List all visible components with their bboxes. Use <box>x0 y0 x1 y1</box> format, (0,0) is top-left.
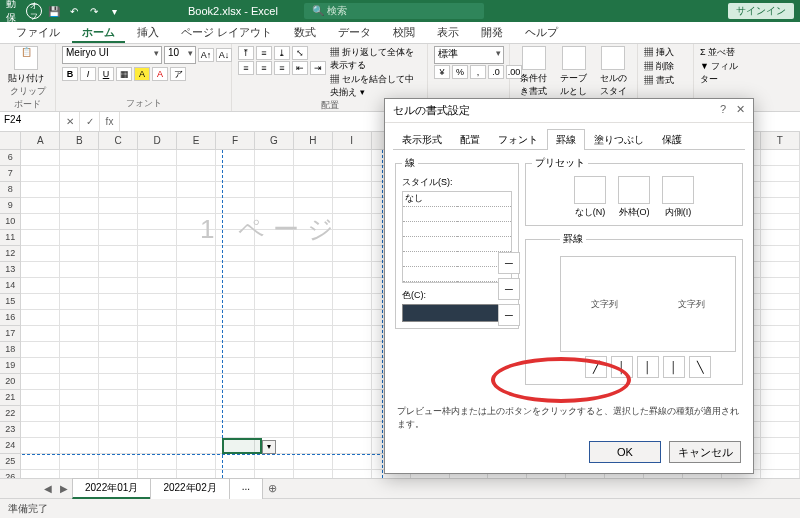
cell[interactable] <box>138 342 177 358</box>
currency-icon[interactable]: ¥ <box>434 65 450 79</box>
cell[interactable] <box>138 374 177 390</box>
cell[interactable] <box>761 294 800 310</box>
cell[interactable] <box>294 342 333 358</box>
confirm-edit-icon[interactable]: ✓ <box>80 112 100 131</box>
cell[interactable] <box>21 390 60 406</box>
row-header[interactable]: 11 <box>0 230 21 246</box>
cell[interactable] <box>21 278 60 294</box>
cell[interactable] <box>333 150 372 166</box>
cell[interactable] <box>60 422 99 438</box>
cell[interactable] <box>177 342 216 358</box>
cell[interactable] <box>333 262 372 278</box>
ribbon-tab-8[interactable]: 開発 <box>471 22 513 43</box>
cell[interactable] <box>255 454 294 470</box>
row-header[interactable]: 26 <box>0 470 21 478</box>
cell[interactable] <box>21 246 60 262</box>
cell[interactable] <box>60 294 99 310</box>
border-right-button[interactable]: │ <box>663 356 685 378</box>
preset-2[interactable]: 内側(I) <box>659 176 697 219</box>
fill-color-button[interactable]: A <box>134 67 150 81</box>
dialog-close-icon[interactable]: ✕ <box>736 103 745 118</box>
cell[interactable] <box>294 438 333 454</box>
cell[interactable] <box>177 198 216 214</box>
cell[interactable] <box>138 182 177 198</box>
cell[interactable] <box>138 246 177 262</box>
cell[interactable] <box>99 406 138 422</box>
cell[interactable] <box>99 358 138 374</box>
cell[interactable] <box>294 214 333 230</box>
cell[interactable] <box>255 422 294 438</box>
cell[interactable] <box>255 374 294 390</box>
line-style-none[interactable]: なし <box>403 192 457 207</box>
cell[interactable] <box>294 310 333 326</box>
preset-1[interactable]: 外枠(O) <box>615 176 653 219</box>
cell[interactable] <box>60 438 99 454</box>
cell[interactable] <box>60 214 99 230</box>
dialog-help-icon[interactable]: ? <box>720 103 726 118</box>
ribbon-tab-2[interactable]: 挿入 <box>127 22 169 43</box>
sort-button[interactable]: Σ 並べ替 <box>700 46 735 59</box>
row-header[interactable]: 20 <box>0 374 21 390</box>
cell[interactable] <box>294 230 333 246</box>
filter-button[interactable]: ▼ フィルター <box>700 60 744 86</box>
cell[interactable] <box>60 310 99 326</box>
cell[interactable] <box>21 326 60 342</box>
cell[interactable] <box>60 374 99 390</box>
line-color-combo[interactable] <box>402 304 512 322</box>
cell[interactable] <box>761 422 800 438</box>
cell[interactable] <box>21 214 60 230</box>
cell[interactable] <box>761 454 800 470</box>
cell[interactable] <box>255 214 294 230</box>
sheet-tab[interactable]: 2022年02月 <box>150 478 229 499</box>
cell[interactable] <box>21 470 60 478</box>
row-header[interactable]: 22 <box>0 406 21 422</box>
cell[interactable] <box>333 294 372 310</box>
cell[interactable] <box>21 374 60 390</box>
row-header[interactable]: 14 <box>0 278 21 294</box>
row-header[interactable]: 6 <box>0 150 21 166</box>
cell[interactable] <box>177 294 216 310</box>
percent-icon[interactable]: % <box>452 65 468 79</box>
cell[interactable] <box>333 358 372 374</box>
cell[interactable] <box>294 422 333 438</box>
row-header[interactable]: 21 <box>0 390 21 406</box>
cell[interactable] <box>60 262 99 278</box>
wrap-text-button[interactable]: ▦ 折り返して全体を表示する <box>330 46 421 72</box>
cell[interactable] <box>761 182 800 198</box>
conditional-format-button[interactable]: 条件付き書式 <box>516 46 552 98</box>
ribbon-tab-6[interactable]: 校閲 <box>383 22 425 43</box>
autosave-toggle[interactable]: 自動保存 <box>6 3 22 19</box>
cell[interactable] <box>761 214 800 230</box>
cancel-edit-icon[interactable]: ✕ <box>60 112 80 131</box>
cell[interactable] <box>255 326 294 342</box>
align-bottom-icon[interactable]: ⤓ <box>274 46 290 60</box>
border-top-button[interactable]: ─ <box>498 252 520 274</box>
cell[interactable] <box>761 198 800 214</box>
cancel-button[interactable]: キャンセル <box>669 441 741 463</box>
row-header[interactable]: 7 <box>0 166 21 182</box>
cell[interactable] <box>333 310 372 326</box>
cell[interactable] <box>99 310 138 326</box>
cell[interactable] <box>99 150 138 166</box>
cell[interactable] <box>138 198 177 214</box>
redo-icon[interactable]: ↷ <box>86 3 102 19</box>
col-header[interactable]: D <box>138 132 177 149</box>
cell[interactable] <box>255 246 294 262</box>
name-box[interactable]: F24 <box>0 112 60 131</box>
insert-cells-button[interactable]: ▦ 挿入 <box>644 46 674 59</box>
line-style-list[interactable]: なし <box>402 191 512 283</box>
cell[interactable] <box>294 198 333 214</box>
paste-button[interactable]: 📋貼り付け <box>6 46 46 85</box>
font-name-combo[interactable]: Meiryo UI <box>62 46 162 64</box>
cell[interactable] <box>333 374 372 390</box>
row-header[interactable]: 24 <box>0 438 21 454</box>
col-header[interactable]: F <box>216 132 255 149</box>
phonetic-button[interactable]: ア <box>170 67 186 81</box>
ok-button[interactable]: OK <box>589 441 661 463</box>
cell[interactable] <box>177 246 216 262</box>
cell[interactable] <box>99 422 138 438</box>
row-header[interactable]: 8 <box>0 182 21 198</box>
cell[interactable] <box>99 278 138 294</box>
save-icon[interactable]: 💾 <box>46 3 62 19</box>
ribbon-tab-4[interactable]: 数式 <box>284 22 326 43</box>
